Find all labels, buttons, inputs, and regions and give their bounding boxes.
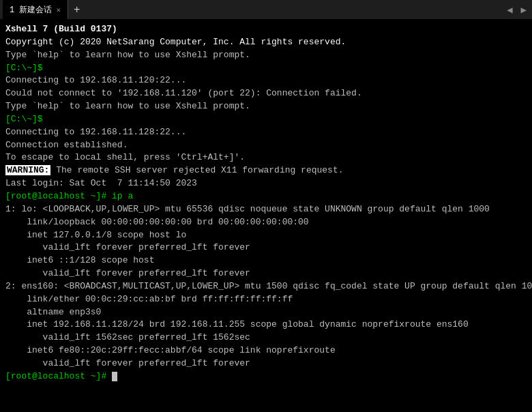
- line-text: Could not connect to '192.168.11.120' (p…: [5, 88, 362, 98]
- line-text: 1: lo: <LOOPBACK,UP,LOWER_UP> mtu 65536 …: [5, 204, 490, 214]
- line-text: Copyright (c) 2020 NetSarang Computer, I…: [5, 37, 346, 47]
- terminal-line: inet6 fe80::20c:29ff:fecc:abbf/64 scope …: [5, 344, 527, 357]
- titlebar: 1 新建会话 ✕ + ◀ ▶: [0, 0, 532, 19]
- line-text: inet6 fe80::20c:29ff:fecc:abbf/64 scope …: [5, 345, 336, 355]
- terminal-line: To escape to local shell, press 'Ctrl+Al…: [5, 151, 527, 164]
- line-text: valid_lft 1562sec preferred_lft 1562sec: [5, 332, 250, 342]
- terminal-line: [root@localhost ~]#: [5, 370, 527, 383]
- line-text: [root@localhost ~]# ip a: [5, 191, 133, 201]
- terminal-line: valid_lft forever preferred_lft forever: [5, 241, 527, 254]
- terminal-line: valid_lft forever preferred_lft forever: [5, 267, 527, 280]
- terminal-line: Last login: Sat Oct 7 11:14:50 2023: [5, 177, 527, 190]
- nav-back-icon[interactable]: ◀: [504, 4, 515, 16]
- line-text: Type `help` to learn how to use Xshell p…: [5, 50, 250, 60]
- terminal-line: Type `help` to learn how to use Xshell p…: [5, 49, 527, 62]
- nav-forward-icon[interactable]: ▶: [518, 4, 529, 16]
- titlebar-controls: ◀ ▶: [504, 4, 529, 16]
- line-text: inet 192.168.11.128/24 brd 192.168.11.25…: [5, 319, 469, 329]
- line-text: Connection established.: [5, 140, 128, 150]
- terminal-output[interactable]: Xshell 7 (Build 0137)Copyright (c) 2020 …: [0, 19, 532, 412]
- terminal-line: Copyright (c) 2020 NetSarang Computer, I…: [5, 36, 527, 49]
- terminal-line: inet 127.0.0.1/8 scope host lo: [5, 229, 527, 242]
- tab-label: 1 新建会话: [10, 4, 52, 16]
- terminal-line: WARNING: The remote SSH server rejected …: [5, 164, 527, 177]
- line-text: Xshell 7 (Build 0137): [5, 24, 117, 34]
- line-text: valid_lft forever preferred_lft forever: [5, 242, 250, 252]
- terminal-line: valid_lft 1562sec preferred_lft 1562sec: [5, 332, 527, 344]
- terminal-line: inet 192.168.11.128/24 brd 192.168.11.25…: [5, 319, 527, 332]
- line-text: [C:\~]$: [5, 63, 43, 73]
- line-text: Connecting to 192.168.11.128:22...: [5, 127, 186, 137]
- tab-close-icon[interactable]: ✕: [56, 5, 61, 14]
- terminal-line: Connecting to 192.168.11.120:22...: [5, 74, 527, 87]
- terminal-line: 2: ens160: <BROADCAST,MULTICAST,UP,LOWER…: [5, 280, 527, 293]
- line-text: Type `help` to learn how to use Xshell p…: [5, 101, 250, 111]
- line-text: To escape to local shell, press 'Ctrl+Al…: [5, 152, 245, 162]
- warning-badge: WARNING:: [5, 165, 50, 175]
- active-tab[interactable]: 1 新建会话 ✕: [3, 0, 68, 19]
- terminal-line: [C:\~]$: [5, 113, 527, 126]
- tab-area: 1 新建会话 ✕ +: [3, 0, 85, 19]
- terminal-line: inet6 ::1/128 scope host: [5, 254, 527, 267]
- line-text: link/loopback 00:00:00:00:00:00 brd 00:0…: [5, 217, 309, 227]
- line-text: [root@localhost ~]#: [5, 371, 112, 381]
- terminal-line: Connection established.: [5, 139, 527, 152]
- line-text: valid_lft forever preferred_lft forever: [5, 358, 250, 368]
- terminal-cursor: [112, 372, 117, 381]
- terminal-line: link/loopback 00:00:00:00:00:00 brd 00:0…: [5, 216, 527, 229]
- terminal-line: Type `help` to learn how to use Xshell p…: [5, 100, 527, 113]
- add-tab-button[interactable]: +: [68, 0, 85, 19]
- terminal-line: Connecting to 192.168.11.128:22...: [5, 126, 527, 139]
- line-text: altname enp3s0: [5, 307, 101, 317]
- line-text: Connecting to 192.168.11.120:22...: [5, 75, 186, 85]
- line-text: link/ether 00:0c:29:cc:ab:bf brd ff:ff:f…: [5, 294, 293, 304]
- terminal-line: Xshell 7 (Build 0137): [5, 23, 527, 36]
- terminal-line: link/ether 00:0c:29:cc:ab:bf brd ff:ff:f…: [5, 293, 527, 306]
- terminal-line: 1: lo: <LOOPBACK,UP,LOWER_UP> mtu 65536 …: [5, 203, 527, 216]
- line-text: inet6 ::1/128 scope host: [5, 255, 154, 265]
- terminal-line: [C:\~]$: [5, 62, 527, 75]
- line-text: inet 127.0.0.1/8 scope host lo: [5, 230, 186, 240]
- line-text: [C:\~]$: [5, 114, 43, 124]
- terminal-line: Could not connect to '192.168.11.120' (p…: [5, 87, 527, 100]
- terminal-line: [root@localhost ~]# ip a: [5, 190, 527, 203]
- warning-text: The remote SSH server rejected X11 forwa…: [50, 165, 343, 175]
- line-text: Last login: Sat Oct 7 11:14:50 2023: [5, 178, 197, 188]
- line-text: 2: ens160: <BROADCAST,MULTICAST,UP,LOWER…: [5, 281, 532, 291]
- terminal-line: valid_lft forever preferred_lft forever: [5, 357, 527, 370]
- terminal-line: altname enp3s0: [5, 306, 527, 319]
- line-text: valid_lft forever preferred_lft forever: [5, 268, 250, 278]
